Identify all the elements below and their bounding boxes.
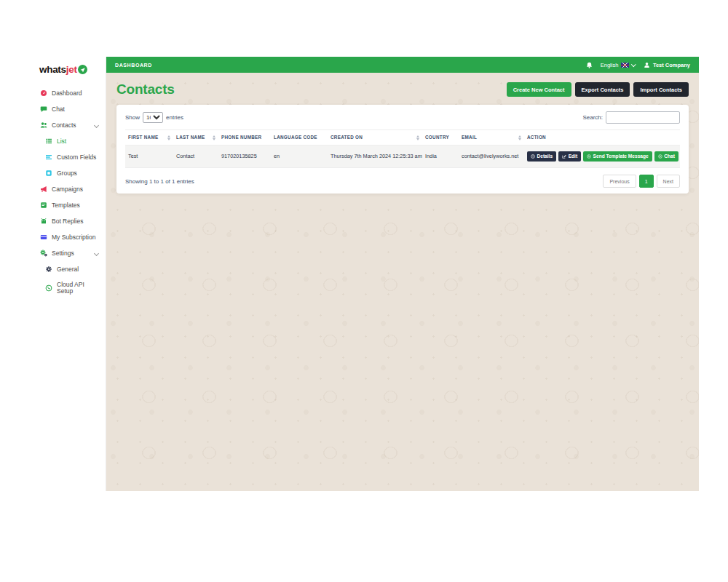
entries-label: entries — [166, 114, 183, 121]
import-contacts-button[interactable]: Import Contacts — [633, 82, 689, 97]
edit-button[interactable]: Edit — [558, 151, 581, 162]
gear-icon — [45, 266, 52, 273]
sidebar-item-label: Templates — [52, 202, 80, 209]
language-label: English — [601, 62, 619, 68]
send-template-message-button[interactable]: Send Template Message — [583, 151, 652, 162]
sidebar-item-groups[interactable]: Groups — [33, 165, 106, 181]
details-button[interactable]: Details — [527, 151, 556, 162]
sidebar-item-cloud-api-setup[interactable]: Cloud API Setup — [33, 277, 106, 298]
column-header-language-code[interactable]: Language Code — [271, 130, 328, 146]
search-label: Search: — [582, 114, 603, 121]
pagination: Previous 1 Next — [603, 175, 680, 188]
sidebar-item-chat[interactable]: Chat — [33, 101, 106, 117]
sidebar-item-general[interactable]: General — [33, 261, 106, 277]
whatsapp-icon — [45, 284, 52, 292]
sidebar-item-bot-replies[interactable]: Bot Replies — [33, 213, 106, 229]
table-footer: Showing 1 to 1 of 1 entries Previous 1 N… — [125, 175, 680, 188]
column-header-last-name[interactable]: Last Name — [173, 130, 218, 146]
chat-button[interactable]: Chat — [654, 151, 678, 162]
sidebar-item-campaigns[interactable]: Campaigns — [33, 181, 106, 197]
chat-bubble-icon — [40, 105, 47, 113]
sidebar-item-label: Chat — [52, 106, 65, 113]
whatsapp-icon — [658, 154, 662, 159]
sidebar-item-label: Campaigns — [52, 186, 83, 193]
sidebar-item-list[interactable]: List — [33, 133, 106, 149]
brand-word-accent: jet — [66, 64, 77, 75]
cell-country: India — [422, 145, 459, 168]
sidebar-item-custom-fields[interactable]: Custom Fields — [33, 149, 106, 165]
language-selector[interactable]: English — [601, 62, 636, 68]
megaphone-icon — [40, 186, 47, 193]
whatsapp-icon — [587, 154, 591, 159]
next-page-button[interactable]: Next — [657, 175, 680, 188]
brand-logo[interactable]: whatsjet — [33, 57, 106, 85]
gears-icon — [40, 250, 47, 257]
entries-summary: Showing 1 to 1 of 1 entries — [125, 178, 194, 185]
cell-phone-number: 917020135825 — [218, 145, 271, 168]
list-icon — [45, 137, 52, 145]
sidebar-item-label: List — [57, 138, 66, 145]
sidebar-item-label: Dashboard — [52, 90, 82, 97]
bell-icon[interactable] — [586, 62, 593, 68]
subscription-card-icon — [40, 234, 47, 241]
sort-icon — [213, 135, 215, 141]
chevron-down-icon — [94, 250, 99, 255]
sidebar: whatsjet Dashboard Chat Contacts List — [33, 57, 106, 491]
page-title: Contacts — [116, 81, 175, 97]
sidebar-item-label: My Subscription — [52, 234, 95, 241]
cell-actions: Details Edit Send Template Message Chat … — [524, 145, 680, 168]
sidebar-item-label: Cloud API Setup — [57, 282, 100, 294]
edit-icon — [562, 154, 566, 159]
page-header: Contacts Create New Contact Export Conta… — [116, 81, 689, 97]
sidebar-item-label: Custom Fields — [57, 154, 96, 161]
sidebar-item-contacts[interactable]: Contacts — [33, 117, 106, 133]
column-header-created-on[interactable]: Created On — [328, 130, 422, 146]
header-actions: Create New Contact Export Contacts Impor… — [507, 82, 689, 97]
main-area: DASHBOARD English Test Company Contacts … — [106, 57, 699, 491]
create-new-contact-button[interactable]: Create New Contact — [507, 82, 571, 97]
column-header-phone-number[interactable]: Phone Number — [218, 130, 271, 146]
search-container: Search: — [582, 111, 680, 124]
export-contacts-button[interactable]: Export Contacts — [575, 82, 630, 97]
sidebar-item-label: Bot Replies — [52, 218, 83, 225]
column-header-action: Action — [524, 130, 680, 146]
topbar: DASHBOARD English Test Company — [106, 57, 699, 73]
page-size-select[interactable]: 10 — [143, 112, 163, 123]
contacts-table: First Name Last Name Phone Number Langua… — [125, 129, 680, 168]
cell-email: contact@livelyworks.net — [459, 145, 524, 168]
contacts-card: Show 10 entries Search: Firs — [116, 105, 689, 194]
caret-down-icon — [631, 62, 636, 66]
column-header-first-name[interactable]: First Name — [125, 130, 173, 146]
sidebar-item-label: Contacts — [52, 122, 76, 129]
cell-first-name: Test — [125, 145, 173, 168]
user-menu[interactable]: Test Company — [644, 62, 690, 68]
sort-icon — [416, 135, 419, 141]
sidebar-item-settings[interactable]: Settings — [33, 245, 106, 261]
template-icon — [40, 202, 47, 209]
cell-last-name: Contact — [173, 145, 218, 168]
column-header-country[interactable]: Country — [422, 130, 459, 146]
info-icon — [531, 154, 535, 159]
users-icon — [40, 121, 47, 129]
show-label: Show — [125, 114, 140, 121]
cell-created-on: Thursday 7th March 2024 12:25:33 am — [328, 145, 422, 168]
user-icon — [644, 62, 650, 68]
paper-plane-icon — [78, 65, 87, 74]
current-page-button[interactable]: 1 — [639, 175, 654, 188]
sidebar-nav: Dashboard Chat Contacts List Custom Fiel… — [33, 85, 106, 298]
sidebar-item-dashboard[interactable]: Dashboard — [33, 85, 106, 101]
user-name: Test Company — [653, 62, 690, 68]
previous-page-button[interactable]: Previous — [603, 175, 636, 188]
search-input[interactable] — [606, 111, 680, 124]
cell-language-code: en — [271, 145, 328, 168]
table-controls: Show 10 entries Search: — [125, 111, 680, 124]
sidebar-item-templates[interactable]: Templates — [33, 197, 106, 213]
page-content: Contacts Create New Contact Export Conta… — [106, 73, 699, 491]
chevron-down-icon — [94, 122, 99, 127]
sidebar-item-label: Settings — [52, 250, 74, 257]
column-header-email[interactable]: Email — [459, 130, 524, 146]
sidebar-item-my-subscription[interactable]: My Subscription — [33, 229, 106, 245]
topbar-right: English Test Company — [586, 62, 690, 68]
groups-icon — [45, 170, 52, 177]
fields-bars-icon — [45, 154, 52, 161]
